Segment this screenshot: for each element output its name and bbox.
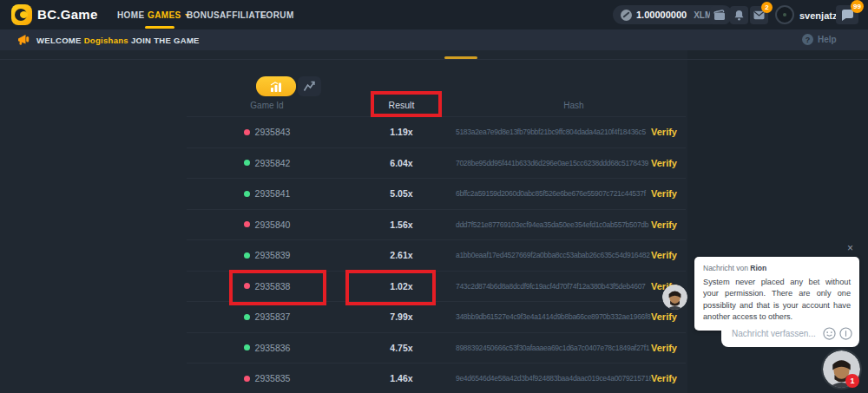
xlm-coin-icon (621, 10, 632, 21)
nav-item-bonus[interactable]: BONUS (187, 10, 220, 20)
verify-link[interactable]: Verify (651, 158, 686, 168)
status-dot (244, 314, 250, 320)
person-avatar-image (662, 285, 687, 310)
table-row: 2935842 6.04x 7028be95dd95f441b633d6d296… (187, 147, 686, 179)
close-icon[interactable]: × (847, 242, 853, 254)
table-row: 2935841 5.05x 6bffc2a59159d2060d0abc85f5… (187, 178, 686, 209)
table-row: 2935840 1.56x ddd7f521e87769103ecf94ea35… (187, 209, 686, 240)
chat-sender-avatar (662, 285, 687, 310)
nav-item-forum[interactable]: FORUM (260, 10, 294, 20)
chat-toggle-button[interactable]: 99 (836, 5, 858, 24)
status-dot (244, 129, 250, 135)
result-value: 4.75x (347, 343, 456, 353)
active-nav-underline (145, 26, 174, 29)
game-id: 2935838 (255, 281, 291, 291)
welcomed-player-name: Dogishans (84, 36, 128, 45)
megaphone-icon (17, 34, 32, 46)
hash-value: a1bb0eaaf17ed4527669f2a0bba8cc53abab26c6… (456, 251, 651, 259)
game-id: 2935841 (255, 188, 291, 199)
status-dot (244, 160, 250, 166)
result-value: 1.56x (347, 219, 456, 230)
result-value: 1.19x (347, 127, 456, 137)
header-result: Result (347, 100, 456, 110)
game-id: 2935839 (255, 250, 291, 260)
game-id: 2935842 (255, 158, 291, 168)
emoji-icon[interactable] (823, 327, 836, 340)
result-value: 2.61x (347, 250, 456, 260)
active-tab-indicator (444, 56, 477, 59)
welcome-message: WELCOME Dogishans JOIN THE GAME (36, 36, 200, 45)
hash-value: 7028be95dd95f441b633d6d296e0ae15cc6238dd… (456, 159, 651, 167)
nav-item-affiliate[interactable]: AFFILIATE (220, 10, 266, 20)
top-nav: BC.Game HOME GAMES BONUS AFFILIATE FORUM… (0, 0, 868, 29)
game-id: 2935836 (255, 343, 291, 353)
hash-value: 743c2d874b6d8a8dcdf9fc19acf4d70f74f12a38… (456, 282, 651, 291)
status-dot (244, 344, 250, 350)
status-dot (244, 221, 250, 227)
game-id: 2935843 (255, 127, 291, 137)
table-header-row: Game Id Result Hash (187, 94, 686, 116)
hash-value: 5183a2ea7e9d8e13fb79bbf21bc9ffc804dada4a… (456, 128, 651, 136)
chat-badge: 99 (851, 0, 864, 13)
table-row: 2935837 7.99x 348bb9db61527e4c9f3e4a1414… (187, 301, 686, 332)
status-dot (244, 283, 250, 289)
chat-unread-badge: 1 (845, 374, 859, 388)
bell-icon (733, 10, 745, 21)
status-dot (244, 191, 250, 197)
chat-message-text: System never placed any bet without your… (703, 277, 851, 323)
section-divider (0, 59, 868, 60)
verify-link[interactable]: Verify (651, 373, 686, 383)
table-row: 2935836 4.75x 8988392450666c53f30afaaaea… (187, 332, 686, 364)
trend-line-icon (303, 81, 316, 92)
verify-link[interactable]: Verify (651, 250, 686, 260)
result-value: 1.46x (347, 373, 456, 383)
game-id: 2935840 (255, 219, 291, 230)
hash-value: 6bffc2a59159d2060d0abc85f526e6be676e5590… (456, 189, 651, 198)
status-dot (244, 376, 250, 382)
wallet-icon (713, 10, 726, 21)
brand-title[interactable]: BC.Game (37, 7, 98, 22)
verify-link[interactable]: Verify (651, 311, 686, 322)
hash-value: 348bb9db61527e4c9f3e4a1414d9b8ba66ce8970… (456, 312, 651, 321)
chat-message-from: Nachricht von Rion (703, 264, 851, 272)
result-value: 7.99x (347, 311, 456, 322)
hash-value: ddd7f521e87769103ecf94ea35da50ee354efd1c… (456, 220, 651, 229)
notifications-button[interactable] (730, 6, 748, 24)
wallet-button[interactable] (710, 6, 728, 24)
mail-badge: 2 (761, 2, 773, 13)
welcome-banner: WELCOME Dogishans JOIN THE GAME ? Help (0, 29, 868, 50)
table-row: 2935843 1.19x 5183a2ea7e9d8e13fb79bbf21b… (187, 116, 686, 147)
bc-game-logo-icon[interactable] (11, 4, 32, 25)
table-row: 2935839 2.61x a1bb0eaaf17ed4527669f2a0bb… (187, 239, 686, 271)
mail-button[interactable]: 2 (750, 6, 768, 24)
game-id: 2935835 (255, 373, 291, 383)
game-id: 2935837 (255, 311, 291, 322)
verify-link[interactable]: Verify (651, 343, 686, 353)
game-history-table: Game Id Result Hash 2935843 1.19x 5183a2… (187, 94, 686, 393)
header-game-id: Game Id (187, 101, 347, 110)
table-body: 2935843 1.19x 5183a2ea7e9d8e13fb79bbf21b… (187, 116, 686, 393)
chat-sender-name: Rion (750, 264, 766, 272)
balance-amount: 1.00000000 (636, 10, 687, 20)
result-value: 1.02x (347, 281, 456, 291)
table-row: 2935838 1.02x 743c2d874b6d8a8dcdf9fc19ac… (187, 271, 686, 302)
result-value: 6.04x (347, 158, 456, 168)
help-button[interactable]: ? Help (802, 34, 837, 45)
status-dot (244, 252, 250, 259)
nav-item-games[interactable]: GAMES (148, 10, 190, 20)
verify-link[interactable]: Verify (651, 219, 686, 230)
header-hash: Hash (456, 101, 651, 110)
attachment-icon[interactable] (839, 327, 852, 340)
verify-link[interactable]: Verify (651, 188, 686, 199)
user-avatar[interactable] (775, 5, 794, 24)
nav-item-home[interactable]: HOME (117, 10, 145, 20)
chat-input-bar (721, 320, 859, 347)
table-row: 2935835 1.46x 9e4d6546d4e58a42d3b4f92488… (187, 363, 686, 393)
chat-input[interactable] (732, 329, 819, 338)
bar-chart-icon (269, 81, 283, 93)
verify-link[interactable]: Verify (651, 127, 686, 137)
question-icon: ? (802, 34, 813, 45)
hash-value: 8988392450666c53f30afaaaea69c1d6a7c0407e… (456, 344, 651, 352)
result-value: 5.05x (347, 188, 456, 199)
hash-value: 9e4d6546d4e58a42d3b4f924883baa4daac019ce… (456, 374, 651, 383)
